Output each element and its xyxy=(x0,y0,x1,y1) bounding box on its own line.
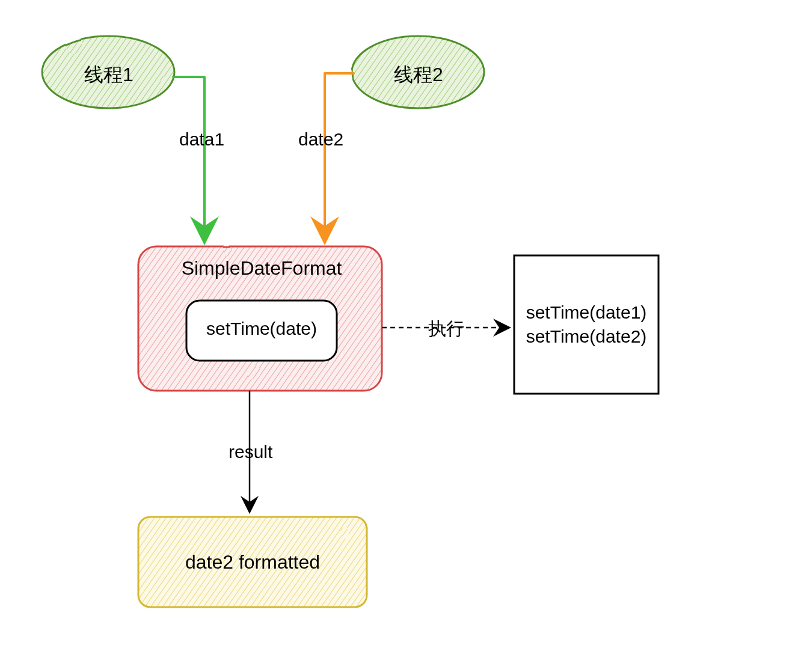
edge-date2-label: date2 xyxy=(298,129,343,150)
result-box-label: date2 formatted xyxy=(138,551,367,573)
edge-result-label: result xyxy=(229,442,272,462)
arrow-date2 xyxy=(325,73,354,240)
thread1-label: 线程1 xyxy=(84,62,134,88)
sdf-method-label: setTime(date) xyxy=(186,319,337,339)
edge-execute-label: 执行 xyxy=(428,317,464,341)
sdf-title-label: SimpleDateFormat xyxy=(174,257,349,279)
exec-line1-label: setTime(date1) xyxy=(517,301,655,325)
exec-line2-label: setTime(date2) xyxy=(517,325,655,349)
arrow-data1 xyxy=(173,77,204,240)
edge-data1-label: data1 xyxy=(179,129,224,150)
thread2-label: 线程2 xyxy=(394,62,443,88)
